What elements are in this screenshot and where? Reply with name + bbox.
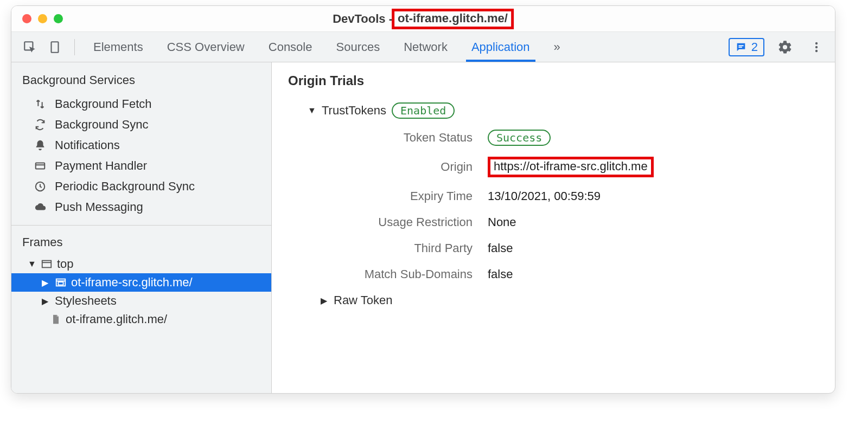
- sidebar-item-label: Push Messaging: [55, 200, 143, 214]
- frame-label: ot-iframe-src.glitch.me/: [71, 275, 193, 290]
- window-title: DevTools - ot-iframe.glitch.me/: [333, 9, 514, 29]
- svg-rect-11: [58, 282, 63, 285]
- value-usage-restriction: None: [488, 215, 819, 229]
- sidebar-item-label: Payment Handler: [55, 159, 147, 173]
- sidebar-item-push-messaging[interactable]: Push Messaging: [11, 197, 271, 217]
- tab-application[interactable]: Application: [462, 32, 540, 62]
- svg-rect-1: [52, 42, 59, 53]
- value-match-sub-domains: false: [488, 267, 819, 281]
- value-third-party: false: [488, 241, 819, 255]
- frame-label: Stylesheets: [55, 294, 117, 308]
- window-title-url: ot-iframe.glitch.me/: [392, 9, 514, 29]
- tab-console[interactable]: Console: [259, 32, 322, 62]
- token-status-badge: Success: [488, 130, 551, 146]
- sidebar-section-background-services: Background Services: [11, 62, 271, 94]
- devtools-window: DevTools - ot-iframe.glitch.me/ Elements…: [11, 5, 835, 394]
- tab-sources[interactable]: Sources: [326, 32, 390, 62]
- origin-highlighted: https://ot-iframe-src.glitch.me: [488, 157, 654, 177]
- sidebar-item-background-sync[interactable]: Background Sync: [11, 114, 271, 135]
- frame-label: ot-iframe.glitch.me/: [66, 312, 167, 326]
- device-toggle-icon[interactable]: [44, 36, 66, 58]
- svg-rect-7: [36, 163, 45, 169]
- triangle-right-icon: ▶: [42, 296, 50, 306]
- issues-count: 2: [751, 40, 758, 54]
- frame-tree-leaf[interactable]: ot-iframe.glitch.me/: [11, 310, 271, 329]
- tabs-overflow-button[interactable]: »: [544, 32, 570, 62]
- window-minimize-button[interactable]: [38, 14, 47, 23]
- toolbar-separator: [74, 39, 75, 55]
- label-third-party: Third Party: [299, 241, 473, 255]
- clock-icon: [33, 181, 47, 192]
- toolbar: Elements CSS Overview Console Sources Ne…: [11, 32, 835, 62]
- toolbar-right: 2: [729, 36, 827, 58]
- frame-tree-selected[interactable]: ▶ ot-iframe-src.glitch.me/: [11, 273, 271, 292]
- panel-heading: Origin Trials: [288, 73, 819, 88]
- svg-point-6: [815, 49, 818, 52]
- main-panel: Origin Trials ▼ TrustTokens Enabled Toke…: [272, 62, 835, 393]
- window-close-button[interactable]: [22, 14, 31, 23]
- bell-icon: [33, 139, 47, 151]
- document-icon: [50, 313, 61, 325]
- triangle-right-icon: ▶: [321, 295, 329, 306]
- sync-icon: [33, 119, 47, 131]
- triangle-right-icon: ▶: [42, 278, 50, 288]
- triangle-down-icon: ▼: [308, 106, 316, 115]
- label-token-status: Token Status: [299, 131, 473, 145]
- tab-network[interactable]: Network: [394, 32, 457, 62]
- label-match-sub-domains: Match Sub-Domains: [299, 267, 473, 281]
- issues-badge[interactable]: 2: [729, 38, 764, 56]
- tab-css-overview[interactable]: CSS Overview: [157, 32, 254, 62]
- traffic-lights: [11, 14, 63, 23]
- tab-elements[interactable]: Elements: [84, 32, 153, 62]
- svg-point-4: [815, 42, 818, 44]
- sidebar: Background Services Background Fetch Bac…: [11, 62, 272, 393]
- svg-rect-3: [738, 47, 742, 48]
- svg-point-5: [815, 46, 818, 48]
- arrows-up-down-icon: [33, 98, 47, 110]
- window-maximize-button[interactable]: [54, 14, 63, 23]
- frame-label: top: [57, 257, 74, 271]
- titlebar: DevTools - ot-iframe.glitch.me/: [11, 6, 835, 32]
- trial-header[interactable]: ▼ TrustTokens Enabled: [308, 102, 819, 119]
- frame-tree-stylesheets[interactable]: ▶ Stylesheets: [11, 292, 271, 310]
- inspect-element-icon[interactable]: [19, 36, 41, 58]
- sidebar-item-notifications[interactable]: Notifications: [11, 135, 271, 156]
- frame-tree-top[interactable]: ▼ top: [11, 255, 271, 273]
- value-token-status: Success: [488, 131, 819, 145]
- window-icon: [41, 258, 53, 270]
- settings-icon[interactable]: [774, 36, 796, 58]
- value-expiry: 13/10/2021, 00:59:59: [488, 189, 819, 203]
- label-origin: Origin: [299, 160, 473, 174]
- panel-tabs: Elements CSS Overview Console Sources Ne…: [84, 32, 570, 62]
- iframe-icon: [55, 277, 67, 288]
- sidebar-section-frames: Frames: [11, 226, 271, 255]
- value-origin: https://ot-iframe-src.glitch.me: [488, 157, 819, 177]
- triangle-down-icon: ▼: [28, 259, 36, 269]
- raw-token-row[interactable]: ▶ Raw Token: [321, 293, 819, 307]
- svg-rect-9: [42, 261, 52, 268]
- card-icon: [33, 160, 47, 172]
- trial-status-badge: Enabled: [392, 102, 455, 119]
- kebab-menu-icon[interactable]: [806, 36, 827, 58]
- window-title-prefix: DevTools -: [333, 12, 393, 26]
- raw-token-label: Raw Token: [334, 293, 392, 307]
- sidebar-item-label: Background Sync: [55, 118, 148, 132]
- sidebar-item-label: Periodic Background Sync: [55, 179, 195, 194]
- label-usage-restriction: Usage Restriction: [299, 215, 473, 229]
- sidebar-item-label: Background Fetch: [55, 97, 152, 111]
- cloud-icon: [33, 201, 47, 213]
- sidebar-item-payment-handler[interactable]: Payment Handler: [11, 156, 271, 176]
- trial-details: Token Status Success Origin https://ot-i…: [299, 131, 819, 281]
- sidebar-item-label: Notifications: [55, 138, 120, 152]
- background-services-list: Background Fetch Background Sync Notific…: [11, 94, 271, 217]
- chat-icon: [735, 41, 747, 53]
- svg-rect-2: [738, 45, 743, 46]
- content-area: Background Services Background Fetch Bac…: [11, 62, 835, 393]
- label-expiry: Expiry Time: [299, 189, 473, 203]
- trial-name: TrustTokens: [322, 104, 386, 118]
- sidebar-item-periodic-background-sync[interactable]: Periodic Background Sync: [11, 176, 271, 197]
- sidebar-item-background-fetch[interactable]: Background Fetch: [11, 94, 271, 114]
